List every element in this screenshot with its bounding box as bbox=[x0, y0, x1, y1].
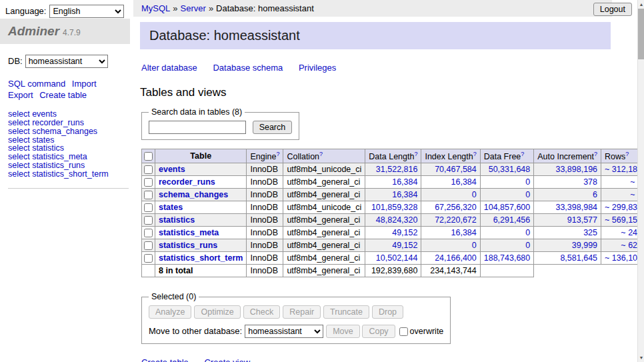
column-help-link[interactable]: ? bbox=[521, 151, 524, 157]
select-table-link[interactable]: select statistics_short_term bbox=[8, 169, 109, 179]
data-free-link[interactable]: 188,743,680 bbox=[484, 253, 531, 263]
data-length-link[interactable]: 48,824,320 bbox=[376, 215, 418, 225]
auto-increment-link[interactable]: 8,581,645 bbox=[560, 253, 597, 263]
copy-button[interactable]: Copy bbox=[362, 325, 395, 338]
bulk-drop-button[interactable]: Drop bbox=[372, 305, 403, 319]
scrollbar-thumb[interactable] bbox=[638, 9, 644, 59]
row-checkbox[interactable] bbox=[144, 191, 153, 199]
data-length-link[interactable]: 31,522,816 bbox=[376, 165, 418, 174]
auto-increment-link[interactable]: 378 bbox=[583, 177, 597, 187]
column-help-link[interactable]: ? bbox=[414, 151, 417, 157]
bulk-analyze-button[interactable]: Analyze bbox=[149, 305, 191, 319]
scroll-down-icon[interactable]: ▼ bbox=[638, 353, 644, 362]
data-free-link[interactable]: 50,331,648 bbox=[489, 165, 531, 174]
rows-link[interactable]: ~ 136,108 bbox=[605, 253, 642, 263]
column-header-index-length[interactable]: Index Length? bbox=[421, 149, 480, 163]
select-table-link[interactable]: select states bbox=[8, 135, 54, 145]
select-all-checkbox[interactable] bbox=[144, 152, 153, 161]
move-button[interactable]: Move bbox=[326, 325, 360, 338]
rows-link[interactable]: ~ 312,180 bbox=[605, 165, 642, 174]
language-select[interactable]: English bbox=[49, 5, 124, 18]
data-free-link[interactable]: 0 bbox=[525, 228, 530, 237]
data-length-link[interactable]: 101,859,328 bbox=[371, 203, 418, 212]
data-length-link[interactable]: 16,384 bbox=[392, 190, 417, 199]
table-name-link[interactable]: recorder_runs bbox=[159, 177, 215, 187]
auto-increment-link[interactable]: 913,577 bbox=[567, 215, 597, 225]
move-db-select[interactable]: homeassistant bbox=[245, 325, 323, 338]
table-name-link[interactable]: statistics_short_term bbox=[159, 253, 243, 263]
db-select[interactable]: homeassistant bbox=[25, 55, 108, 68]
create-table-link[interactable]: Create table bbox=[141, 357, 189, 362]
data-length-link[interactable]: 49,152 bbox=[392, 241, 417, 250]
table-name-link[interactable]: statistics bbox=[159, 215, 195, 225]
data-length-link[interactable]: 10,502,144 bbox=[376, 253, 418, 263]
select-table-link[interactable]: select statistics_meta bbox=[8, 152, 87, 161]
overwrite-checkbox[interactable] bbox=[399, 327, 408, 336]
bulk-truncate-button[interactable]: Truncate bbox=[323, 305, 369, 319]
create-table-link-sidebar[interactable]: Create table bbox=[39, 90, 87, 100]
auto-increment-link[interactable]: 325 bbox=[583, 228, 597, 237]
index-length-link[interactable]: 0 bbox=[472, 241, 477, 250]
breadcrumb-server-link[interactable]: Server bbox=[181, 3, 206, 13]
table-name-link[interactable]: states bbox=[159, 203, 183, 212]
select-table-link[interactable]: select recorder_runs bbox=[8, 118, 84, 127]
column-help-link[interactable]: ? bbox=[319, 151, 323, 157]
sql-command-link[interactable]: SQL command bbox=[8, 79, 65, 89]
index-length-link[interactable]: 16,384 bbox=[451, 177, 477, 187]
app-logo-link[interactable]: Adminer bbox=[8, 24, 59, 38]
bulk-optimize-button[interactable]: Optimize bbox=[194, 305, 240, 319]
table-name-link[interactable]: statistics_meta bbox=[159, 228, 219, 237]
auto-increment-link[interactable]: 39,999 bbox=[572, 241, 597, 250]
search-input[interactable] bbox=[149, 121, 246, 134]
select-table-link[interactable]: select schema_changes bbox=[8, 127, 97, 136]
column-header-data-length[interactable]: Data Length? bbox=[365, 149, 421, 163]
logout-button[interactable]: Logout bbox=[593, 3, 632, 16]
data-free-link[interactable]: 104,857,600 bbox=[484, 203, 531, 212]
data-length-link[interactable]: 49,152 bbox=[392, 228, 417, 237]
select-table-link[interactable]: select events bbox=[8, 109, 57, 119]
index-length-link[interactable]: 0 bbox=[472, 190, 477, 199]
breadcrumb-mysql-link[interactable]: MySQL bbox=[141, 3, 170, 13]
column-header-engine[interactable]: Engine? bbox=[247, 149, 283, 163]
row-checkbox[interactable] bbox=[144, 216, 153, 225]
index-length-link[interactable]: 24,166,400 bbox=[435, 253, 477, 263]
table-name-link[interactable]: events bbox=[159, 165, 185, 174]
table-name-link[interactable]: statistics_runs bbox=[159, 241, 217, 250]
row-checkbox[interactable] bbox=[144, 203, 153, 212]
column-header-table[interactable]: Table bbox=[155, 149, 247, 163]
row-checkbox[interactable] bbox=[144, 241, 153, 250]
row-checkbox[interactable] bbox=[144, 165, 153, 174]
rows-link[interactable]: ~ 569,159 bbox=[605, 215, 642, 225]
privileges-link[interactable]: Privileges bbox=[299, 63, 336, 73]
column-help-link[interactable]: ? bbox=[625, 151, 629, 157]
row-checkbox[interactable] bbox=[144, 254, 153, 263]
column-help-link[interactable]: ? bbox=[473, 151, 477, 157]
auto-increment-link[interactable]: 6 bbox=[593, 190, 597, 199]
database-schema-link[interactable]: Database schema bbox=[213, 63, 283, 73]
data-free-link[interactable]: 0 bbox=[525, 241, 530, 250]
row-checkbox[interactable] bbox=[144, 229, 153, 237]
column-header-collation[interactable]: Collation? bbox=[283, 149, 365, 163]
import-link[interactable]: Import bbox=[72, 79, 97, 89]
select-table-link[interactable]: select statistics_runs bbox=[8, 161, 85, 170]
column-header-auto-increment[interactable]: Auto Increment? bbox=[534, 149, 601, 163]
table-name-link[interactable]: schema_changes bbox=[159, 190, 228, 199]
bulk-repair-button[interactable]: Repair bbox=[283, 305, 321, 319]
create-view-link[interactable]: Create view bbox=[204, 357, 250, 362]
data-free-link[interactable]: 0 bbox=[525, 177, 530, 187]
alter-database-link[interactable]: Alter database bbox=[141, 63, 197, 73]
index-length-link[interactable]: 72,220,672 bbox=[435, 215, 477, 225]
bulk-check-button[interactable]: Check bbox=[243, 305, 280, 319]
column-header-data-free[interactable]: Data Free? bbox=[480, 149, 534, 163]
search-button[interactable]: Search bbox=[253, 121, 293, 134]
select-table-link[interactable]: select statistics bbox=[8, 143, 64, 153]
row-checkbox[interactable] bbox=[144, 178, 153, 187]
data-free-link[interactable]: 6,291,456 bbox=[493, 215, 531, 225]
auto-increment-link[interactable]: 33,898,196 bbox=[555, 165, 597, 174]
column-help-link[interactable]: ? bbox=[276, 151, 279, 157]
data-length-link[interactable]: 16,384 bbox=[392, 177, 417, 187]
auto-increment-link[interactable]: 33,398,984 bbox=[555, 203, 597, 212]
column-help-link[interactable]: ? bbox=[594, 151, 597, 157]
index-length-link[interactable]: 67,256,320 bbox=[435, 203, 477, 212]
index-length-link[interactable]: 70,467,584 bbox=[435, 165, 477, 174]
